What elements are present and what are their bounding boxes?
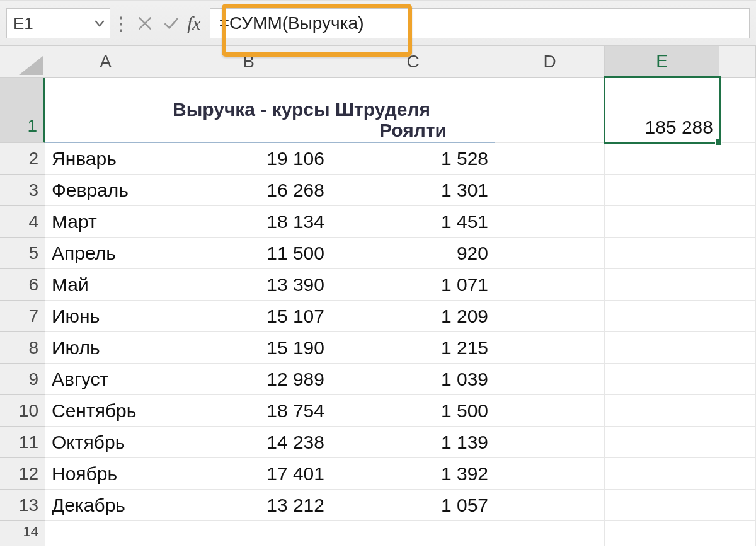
cell-A4[interactable]: Март bbox=[45, 206, 166, 238]
cell-D3[interactable] bbox=[495, 175, 605, 206]
col-header-A[interactable]: A bbox=[45, 46, 166, 78]
cell-E6[interactable] bbox=[605, 269, 719, 301]
cell-D1[interactable] bbox=[495, 78, 605, 143]
cell-extra-10[interactable] bbox=[719, 395, 756, 427]
cell-extra-13[interactable] bbox=[719, 490, 756, 521]
select-all-corner[interactable] bbox=[0, 46, 45, 78]
cell-C1[interactable]: Роялти bbox=[331, 78, 495, 143]
cell-B4[interactable]: 18 134 bbox=[166, 206, 331, 238]
cell-B6[interactable]: 13 390 bbox=[166, 269, 331, 301]
cell-C12[interactable]: 1 392 bbox=[331, 458, 495, 490]
cell-A14[interactable] bbox=[45, 521, 166, 546]
cell-C3[interactable]: 1 301 bbox=[331, 175, 495, 206]
cell-E1[interactable]: 185 288 bbox=[605, 78, 719, 143]
row-header-8[interactable]: 8 bbox=[0, 332, 45, 364]
cell-D2[interactable] bbox=[495, 143, 605, 175]
chevron-down-icon[interactable] bbox=[93, 17, 106, 30]
col-header-B[interactable]: B bbox=[166, 46, 331, 78]
row-header-11[interactable]: 11 bbox=[0, 427, 45, 458]
cell-C5[interactable]: 920 bbox=[331, 238, 495, 269]
cell-C10[interactable]: 1 500 bbox=[331, 395, 495, 427]
cell-E11[interactable] bbox=[605, 427, 719, 458]
cell-A1[interactable] bbox=[45, 78, 166, 143]
enter-button[interactable] bbox=[158, 8, 185, 38]
cell-extra-2[interactable] bbox=[719, 143, 756, 175]
cell-A3[interactable]: Февраль bbox=[45, 175, 166, 206]
cell-A2[interactable]: Январь bbox=[45, 143, 166, 175]
row-header-13[interactable]: 13 bbox=[0, 490, 45, 521]
cell-D5[interactable] bbox=[495, 238, 605, 269]
cell-E13[interactable] bbox=[605, 490, 719, 521]
cell-E14[interactable] bbox=[605, 521, 719, 546]
cell-B2[interactable]: 19 106 bbox=[166, 143, 331, 175]
cell-A10[interactable]: Сентябрь bbox=[45, 395, 166, 427]
name-box[interactable]: E1 bbox=[6, 8, 110, 38]
cell-D12[interactable] bbox=[495, 458, 605, 490]
cell-extra-14[interactable] bbox=[719, 521, 756, 546]
cell-B14[interactable] bbox=[166, 521, 331, 546]
cell-C8[interactable]: 1 215 bbox=[331, 332, 495, 364]
row-header-12[interactable]: 12 bbox=[0, 458, 45, 490]
cell-extra-3[interactable] bbox=[719, 175, 756, 206]
cell-extra-6[interactable] bbox=[719, 269, 756, 301]
cell-A8[interactable]: Июль bbox=[45, 332, 166, 364]
cell-D13[interactable] bbox=[495, 490, 605, 521]
row-header-3[interactable]: 3 bbox=[0, 175, 45, 206]
cell-extra-12[interactable] bbox=[719, 458, 756, 490]
cell-B9[interactable]: 12 989 bbox=[166, 364, 331, 395]
cell-B3[interactable]: 16 268 bbox=[166, 175, 331, 206]
cell-A9[interactable]: Август bbox=[45, 364, 166, 395]
row-header-5[interactable]: 5 bbox=[0, 238, 45, 269]
row-header-14[interactable]: 14 bbox=[0, 521, 45, 546]
cell-A13[interactable]: Декабрь bbox=[45, 490, 166, 521]
cell-C4[interactable]: 1 451 bbox=[331, 206, 495, 238]
cell-extra-11[interactable] bbox=[719, 427, 756, 458]
col-header-extra[interactable] bbox=[719, 46, 756, 78]
formula-bar-splitter[interactable]: ⋮ bbox=[110, 13, 132, 34]
cell-E4[interactable] bbox=[605, 206, 719, 238]
spreadsheet-grid[interactable]: A B C D E 1 Выручка - курсы Штруделя Роя… bbox=[0, 46, 756, 546]
row-header-4[interactable]: 4 bbox=[0, 206, 45, 238]
cell-B1[interactable]: Выручка - курсы Штруделя bbox=[166, 78, 331, 143]
cell-C11[interactable]: 1 139 bbox=[331, 427, 495, 458]
col-header-C[interactable]: C bbox=[331, 46, 495, 78]
cell-C9[interactable]: 1 039 bbox=[331, 364, 495, 395]
cell-B7[interactable]: 15 107 bbox=[166, 301, 331, 332]
cell-E12[interactable] bbox=[605, 458, 719, 490]
cell-B13[interactable]: 13 212 bbox=[166, 490, 331, 521]
cell-E10[interactable] bbox=[605, 395, 719, 427]
cell-D8[interactable] bbox=[495, 332, 605, 364]
row-header-2[interactable]: 2 bbox=[0, 143, 45, 175]
cell-A11[interactable]: Октябрь bbox=[45, 427, 166, 458]
formula-input[interactable]: =СУММ(Выручка) bbox=[210, 8, 750, 38]
row-header-9[interactable]: 9 bbox=[0, 364, 45, 395]
row-header-6[interactable]: 6 bbox=[0, 269, 45, 301]
cell-E5[interactable] bbox=[605, 238, 719, 269]
cell-C2[interactable]: 1 528 bbox=[331, 143, 495, 175]
cell-B12[interactable]: 17 401 bbox=[166, 458, 331, 490]
cell-A7[interactable]: Июнь bbox=[45, 301, 166, 332]
row-header-7[interactable]: 7 bbox=[0, 301, 45, 332]
cell-D9[interactable] bbox=[495, 364, 605, 395]
cell-D6[interactable] bbox=[495, 269, 605, 301]
cell-E3[interactable] bbox=[605, 175, 719, 206]
cell-D7[interactable] bbox=[495, 301, 605, 332]
cell-extra-1[interactable] bbox=[719, 78, 756, 143]
cell-C13[interactable]: 1 057 bbox=[331, 490, 495, 521]
cell-E9[interactable] bbox=[605, 364, 719, 395]
cell-C6[interactable]: 1 071 bbox=[331, 269, 495, 301]
cell-A5[interactable]: Апрель bbox=[45, 238, 166, 269]
row-header-1[interactable]: 1 bbox=[0, 78, 45, 143]
cell-B10[interactable]: 18 754 bbox=[166, 395, 331, 427]
cell-E2[interactable] bbox=[605, 143, 719, 175]
cell-D10[interactable] bbox=[495, 395, 605, 427]
cell-D4[interactable] bbox=[495, 206, 605, 238]
cell-extra-9[interactable] bbox=[719, 364, 756, 395]
cell-D11[interactable] bbox=[495, 427, 605, 458]
cell-D14[interactable] bbox=[495, 521, 605, 546]
cell-E7[interactable] bbox=[605, 301, 719, 332]
cell-A6[interactable]: Май bbox=[45, 269, 166, 301]
row-header-10[interactable]: 10 bbox=[0, 395, 45, 427]
cell-A12[interactable]: Ноябрь bbox=[45, 458, 166, 490]
cell-B8[interactable]: 15 190 bbox=[166, 332, 331, 364]
